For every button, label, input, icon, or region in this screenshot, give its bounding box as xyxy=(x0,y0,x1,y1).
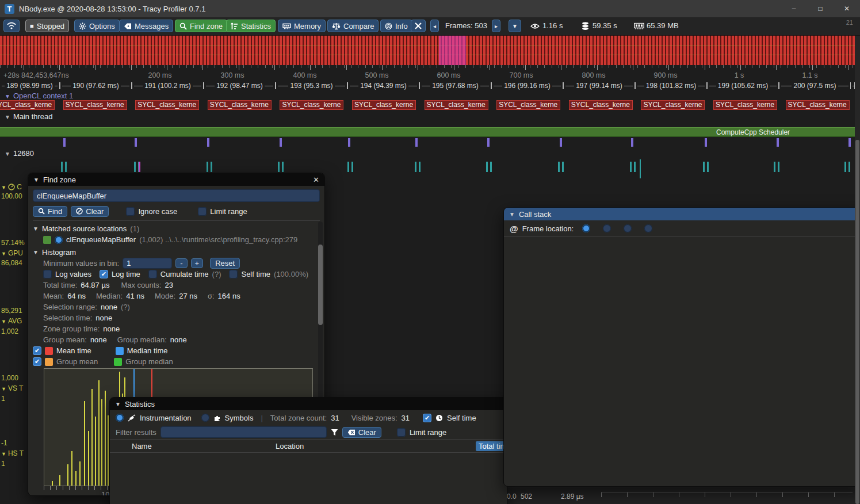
worker-tick[interactable] xyxy=(778,162,779,172)
bin-plus-button[interactable]: + xyxy=(191,258,204,268)
filter-input[interactable] xyxy=(160,426,327,438)
stopped-button[interactable]: ■ Stopped xyxy=(25,20,69,32)
statistics-button[interactable]: Statistics xyxy=(226,20,276,32)
close-button[interactable]: ✕ xyxy=(834,0,860,17)
worker-tick[interactable] xyxy=(774,162,775,172)
filter-clear-button[interactable]: Clear xyxy=(342,427,381,438)
frame-label[interactable]: 189 (98.99 ms) xyxy=(0,82,60,89)
main-scroll-thumb[interactable] xyxy=(855,140,859,504)
statistics-titlebar[interactable]: ▼ Statistics xyxy=(110,398,507,410)
scheduler-tick[interactable] xyxy=(777,138,779,147)
find-zone-search-input[interactable] xyxy=(33,189,320,202)
symbols-radio[interactable] xyxy=(201,414,209,422)
frame-label[interactable]: 192 (98.47 ms) xyxy=(204,82,276,89)
source-code-radio[interactable] xyxy=(582,224,590,232)
scheduler-tick[interactable] xyxy=(705,138,707,147)
find-zone-titlebar[interactable]: ▼ Find zone ✕ xyxy=(28,173,324,186)
gpu-zone[interactable]: SYCL_class_kerne xyxy=(63,100,127,110)
plot-header-vs[interactable]: ▼VS T xyxy=(1,384,23,392)
opencl-context-header[interactable]: ▼OpenCL context 1 xyxy=(5,91,73,100)
worker-tick[interactable] xyxy=(134,162,136,172)
scheduler-tick[interactable] xyxy=(207,138,209,147)
next-frame-button[interactable]: ▸ xyxy=(492,20,500,32)
stats-self-time-checkbox[interactable]: ✔ xyxy=(423,414,431,422)
worker-tick[interactable] xyxy=(490,162,492,172)
gpu-zone[interactable]: SYCL_class_kerne xyxy=(496,100,560,110)
worker-tick-tall[interactable] xyxy=(640,159,641,178)
collapse-icon[interactable]: ▼ xyxy=(115,401,121,407)
gpu-zone[interactable]: SYCL_class_kerne xyxy=(425,100,488,110)
plot-header-gpu[interactable]: ▼GPU xyxy=(1,249,23,257)
frame-menu-button[interactable]: ▼ xyxy=(509,20,521,32)
worker-tick[interactable] xyxy=(562,162,564,172)
scheduler-tick[interactable] xyxy=(348,138,350,147)
compare-button[interactable]: Compare xyxy=(327,20,379,32)
worker-tick[interactable] xyxy=(61,162,63,172)
worker-tick[interactable] xyxy=(634,162,636,172)
mean-legend-checkbox[interactable]: ✔ xyxy=(33,346,41,355)
log-values-checkbox[interactable] xyxy=(43,270,52,278)
worker-tick[interactable] xyxy=(415,162,416,172)
scheduler-tick[interactable] xyxy=(487,138,490,147)
info-button[interactable]: Info xyxy=(380,20,412,32)
prev-frame-button[interactable]: ◂ xyxy=(430,20,439,32)
plot-header-avg[interactable]: ▼AVG xyxy=(1,317,22,325)
memory-button[interactable]: Memory xyxy=(278,20,326,32)
scheduler-tick[interactable] xyxy=(135,138,137,147)
collapse-icon[interactable]: ▼ xyxy=(33,177,39,183)
column-header-location[interactable]: Location xyxy=(276,442,476,450)
gpu-zone[interactable]: SYCL_class_kerne xyxy=(352,100,416,110)
plot-header-cpu[interactable]: ▼ C xyxy=(1,183,22,191)
location-radio[interactable] xyxy=(55,236,63,244)
group-legend-checkbox[interactable]: ✔ xyxy=(33,357,41,366)
scheduler-tick[interactable] xyxy=(415,138,418,147)
symbol-address-radio[interactable] xyxy=(644,224,652,232)
main-thread-header[interactable]: ▼Main thread xyxy=(5,112,53,121)
gpu-zone[interactable]: SYCL_class_kerne xyxy=(713,100,777,110)
messages-button[interactable]: Messages xyxy=(119,20,173,32)
clear-button[interactable]: Clear xyxy=(71,206,109,217)
connection-button[interactable] xyxy=(3,20,20,32)
scheduler-tick[interactable] xyxy=(631,138,633,147)
find-zone-close-icon[interactable]: ✕ xyxy=(313,175,319,184)
frame-label[interactable]: 193 (95.3 ms) xyxy=(276,82,347,89)
maximize-button[interactable]: □ xyxy=(807,0,834,17)
ignore-case-checkbox[interactable] xyxy=(126,207,135,216)
min-bin-input[interactable] xyxy=(123,258,172,269)
worker-tick[interactable] xyxy=(65,162,67,172)
worker-tick[interactable] xyxy=(630,162,632,172)
limit-range-checkbox[interactable] xyxy=(198,207,207,216)
worker-tick[interactable] xyxy=(848,162,850,172)
bin-minus-button[interactable]: - xyxy=(175,258,187,268)
worker-tick[interactable] xyxy=(351,162,353,172)
entry-point-radio[interactable] xyxy=(603,224,611,232)
matched-location-item[interactable]: clEnqueueMapBuffer (1,002) ..\..\..\runt… xyxy=(33,234,320,245)
frame-label[interactable]: 197 (99.14 ms) xyxy=(563,82,635,89)
worker-tick[interactable] xyxy=(703,162,705,172)
worker-tick[interactable] xyxy=(278,162,280,172)
collapse-icon[interactable]: ▼ xyxy=(509,211,515,217)
frame-label[interactable]: 191 (100.2 ms) xyxy=(132,82,204,89)
frame-label[interactable]: 196 (99.16 ms) xyxy=(491,82,563,89)
worker-tick[interactable] xyxy=(844,162,846,172)
stats-limit-range-checkbox[interactable] xyxy=(397,428,406,437)
options-button[interactable]: Options xyxy=(74,20,120,32)
gpu-zone[interactable]: SYCL_class_kerne xyxy=(208,100,272,110)
find-zone-button[interactable]: Find zone xyxy=(175,20,227,32)
worker-tick-highlight[interactable] xyxy=(139,162,140,172)
instrumentation-radio[interactable] xyxy=(116,414,124,422)
minimize-button[interactable]: – xyxy=(781,0,807,17)
scheduler-tick[interactable] xyxy=(560,138,562,147)
worker-tick[interactable] xyxy=(707,162,709,172)
scheduler-tick[interactable] xyxy=(280,138,282,147)
call-stack-titlebar[interactable]: ▼ Call stack xyxy=(504,208,860,220)
gpu-zone[interactable]: SYCL_class_kerne xyxy=(786,100,850,110)
worker-tick[interactable] xyxy=(486,162,488,172)
frame-label[interactable]: 190 (97.62 ms) xyxy=(60,82,132,89)
plot-header-hs[interactable]: ▼HS T xyxy=(1,449,24,457)
worker-tick[interactable] xyxy=(558,162,560,172)
gpu-zone[interactable]: SYCL_class_kerne xyxy=(641,100,705,110)
column-header-total-time[interactable]: Total time xyxy=(476,441,507,451)
worker-tick[interactable] xyxy=(211,162,212,172)
histogram-header[interactable]: ▼ Histogram xyxy=(33,247,320,258)
